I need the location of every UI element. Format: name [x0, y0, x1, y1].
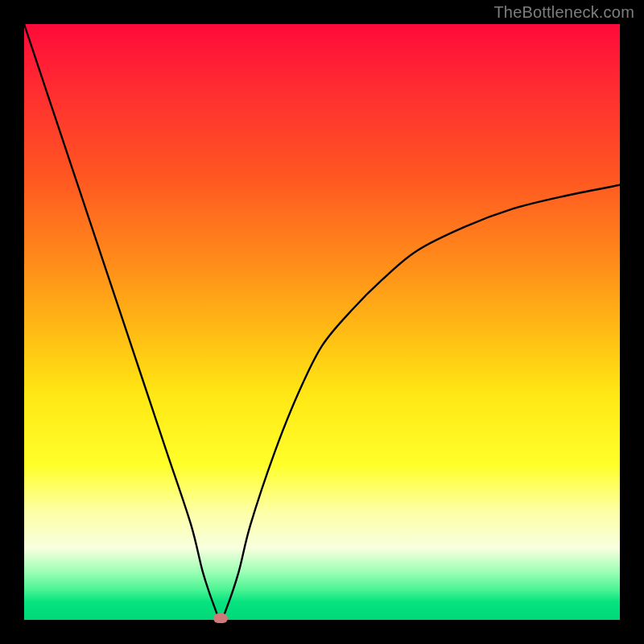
curve-path — [24, 24, 620, 620]
watermark-text: TheBottleneck.com — [493, 3, 634, 22]
chart-stage: TheBottleneck.com — [0, 0, 644, 644]
optimal-marker — [213, 613, 228, 623]
bottleneck-curve — [24, 24, 620, 620]
plot-area — [24, 24, 620, 620]
